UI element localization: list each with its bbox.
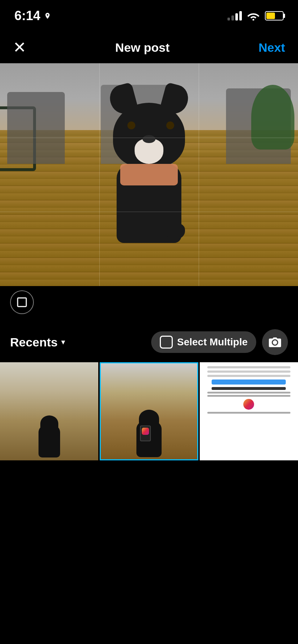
thumb3-text1 <box>207 366 291 368</box>
select-icon <box>160 336 173 349</box>
album-selector[interactable]: Recents ▾ <box>10 335 65 349</box>
battery-icon <box>265 11 284 20</box>
status-icons <box>227 11 284 20</box>
close-button[interactable]: ✕ <box>13 40 26 55</box>
thumb2-dog-head <box>139 410 159 428</box>
dog-paw-left <box>120 223 140 239</box>
image-preview[interactable] <box>0 63 298 286</box>
select-multiple-button[interactable]: Select Multiple <box>151 331 256 353</box>
page-title: New post <box>115 41 170 55</box>
thumb3-profile <box>243 399 254 410</box>
plant <box>251 85 294 150</box>
gallery-section: Recents ▾ Select Multiple <box>0 318 298 462</box>
gallery-item[interactable] <box>0 362 98 460</box>
gallery-header: Recents ▾ Select Multiple <box>0 326 298 362</box>
gallery-item-selected[interactable] <box>100 362 198 460</box>
dog-eye-left <box>127 121 135 129</box>
dog-paw-right <box>165 223 185 239</box>
camera-icon <box>268 337 281 348</box>
thumb2-phone <box>140 426 151 441</box>
camera-button[interactable] <box>262 329 288 355</box>
thumb3-text3 <box>207 375 291 377</box>
bandana <box>120 164 178 185</box>
preview-toolbar <box>0 286 298 318</box>
next-button[interactable]: Next <box>258 41 285 55</box>
location-icon <box>44 12 51 19</box>
signal-icon <box>227 11 242 20</box>
thumb3-blue-btn <box>212 380 286 385</box>
crop-button[interactable] <box>10 290 34 314</box>
thumb2-instagram-logo <box>142 428 149 435</box>
thumb-screenshot <box>200 362 298 460</box>
crop-icon <box>17 297 27 308</box>
thumb3-small3 <box>207 412 291 414</box>
gallery-actions: Select Multiple <box>151 329 288 355</box>
status-bar: 6:14 <box>0 0 298 32</box>
time-display: 6:14 <box>14 8 40 23</box>
gallery-grid <box>0 362 298 462</box>
thumb3-small2 <box>207 395 291 397</box>
bottom-padding <box>0 462 298 627</box>
dog-body <box>102 128 196 257</box>
nav-bar: ✕ New post Next <box>0 32 298 63</box>
dog-eye-right <box>166 121 174 129</box>
thumb3-welcome <box>212 387 286 390</box>
album-name: Recents <box>10 335 58 349</box>
thumb-dog-phone <box>101 363 197 459</box>
dog-scene-bg <box>0 63 298 286</box>
thumb3-small1 <box>207 392 291 394</box>
status-time: 6:14 <box>14 8 51 23</box>
gallery-item[interactable] <box>200 362 298 460</box>
wifi-icon <box>247 11 260 20</box>
svg-rect-1 <box>18 298 26 307</box>
thumb-dog-sitting <box>0 362 98 460</box>
photo-container <box>0 63 298 286</box>
thumb3-text2 <box>207 371 291 373</box>
thumb-dog-head <box>40 415 58 432</box>
svg-point-0 <box>253 19 254 21</box>
select-multiple-label: Select Multiple <box>177 336 248 348</box>
wicker-chair-left <box>7 92 65 164</box>
dog-nose <box>143 135 155 143</box>
chevron-down-icon: ▾ <box>61 337 65 347</box>
